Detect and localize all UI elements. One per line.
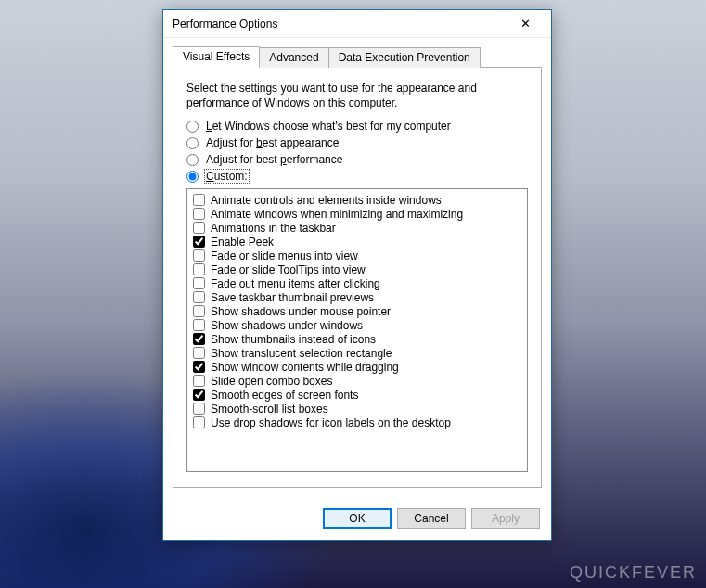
check-row[interactable]: Animate windows when minimizing and maxi…: [193, 207, 521, 221]
check-label: Animate controls and elements inside win…: [211, 195, 442, 206]
radio-custom[interactable]: Custom:: [186, 170, 528, 183]
checkbox[interactable]: [193, 389, 205, 401]
checkbox[interactable]: [193, 291, 205, 303]
checkbox[interactable]: [193, 347, 205, 359]
check-row[interactable]: Fade out menu items after clicking: [193, 276, 521, 290]
check-label: Slide open combo boxes: [211, 376, 332, 387]
close-button[interactable]: ✕: [507, 13, 544, 35]
checkbox[interactable]: [193, 263, 205, 275]
checkbox[interactable]: [193, 333, 205, 345]
tabstrip: Visual EffectsAdvancedData Execution Pre…: [173, 45, 542, 68]
check-row[interactable]: Enable Peek: [193, 235, 521, 249]
check-label: Save taskbar thumbnail previews: [211, 292, 374, 303]
checkbox[interactable]: [193, 277, 205, 289]
cancel-button[interactable]: Cancel: [397, 508, 466, 529]
check-label: Fade or slide ToolTips into view: [211, 264, 366, 275]
check-label: Enable Peek: [211, 236, 274, 248]
radio-label-best-performance: Adjust for best performance: [204, 153, 344, 166]
checkbox[interactable]: [193, 194, 205, 206]
check-row[interactable]: Smooth edges of screen fonts: [193, 388, 521, 402]
checkbox[interactable]: [193, 249, 205, 262]
tab-advanced[interactable]: Advanced: [259, 47, 328, 68]
check-label: Smooth edges of screen fonts: [211, 390, 358, 401]
close-icon: ✕: [520, 17, 531, 31]
check-label: Show window contents while dragging: [211, 362, 399, 373]
check-label: Show translucent selection rectangle: [211, 348, 392, 359]
radio-input-let-windows[interactable]: [186, 121, 199, 133]
intro-text: Select the settings you want to use for …: [186, 81, 528, 110]
check-label: Show shadows under windows: [211, 320, 363, 331]
titlebar: Performance Options ✕: [163, 10, 551, 38]
radio-label-let-windows: Let Windows choose what's best for my co…: [204, 120, 453, 133]
radio-label-custom: Custom:: [204, 170, 250, 183]
check-row[interactable]: Use drop shadows for icon labels on the …: [193, 415, 521, 429]
effects-listbox[interactable]: Animate controls and elements inside win…: [186, 188, 528, 472]
watermark-text: QUICKFEVER: [570, 563, 697, 582]
check-label: Animate windows when minimizing and maxi…: [211, 209, 463, 220]
checkbox[interactable]: [193, 416, 205, 428]
check-row[interactable]: Show translucent selection rectangle: [193, 346, 521, 360]
check-row[interactable]: Fade or slide menus into view: [193, 249, 521, 262]
checkbox[interactable]: [193, 375, 205, 387]
check-label: Fade out menu items after clicking: [211, 278, 380, 289]
check-label: Smooth-scroll list boxes: [211, 403, 328, 415]
checkbox[interactable]: [193, 403, 205, 415]
radio-best-appearance[interactable]: Adjust for best appearance: [186, 136, 528, 149]
check-label: Show thumbnails instead of icons: [211, 334, 376, 345]
button-row: OK Cancel Apply: [163, 497, 551, 540]
radio-input-custom[interactable]: [186, 171, 199, 183]
radio-label-best-appearance: Adjust for best appearance: [204, 136, 340, 149]
check-row[interactable]: Show window contents while dragging: [193, 360, 521, 374]
check-row[interactable]: Fade or slide ToolTips into view: [193, 262, 521, 276]
radio-group: Let Windows choose what's best for my co…: [186, 120, 528, 183]
performance-options-dialog: Performance Options ✕ Visual EffectsAdva…: [162, 9, 552, 541]
radio-best-performance[interactable]: Adjust for best performance: [186, 153, 528, 166]
checkbox[interactable]: [193, 236, 205, 248]
checkbox[interactable]: [193, 208, 205, 220]
check-label: Use drop shadows for icon labels on the …: [211, 417, 451, 428]
dialog-body: Visual EffectsAdvancedData Execution Pre…: [163, 38, 551, 497]
ok-button[interactable]: OK: [323, 508, 392, 529]
check-row[interactable]: Show shadows under mouse pointer: [193, 304, 521, 318]
radio-input-best-performance[interactable]: [186, 154, 199, 166]
checkbox[interactable]: [193, 319, 205, 331]
check-row[interactable]: Slide open combo boxes: [193, 374, 521, 388]
dialog-title: Performance Options: [173, 18, 277, 31]
tab-visual-effects[interactable]: Visual Effects: [173, 46, 260, 68]
check-row[interactable]: Animations in the taskbar: [193, 221, 521, 235]
tab-panel-visual-effects: Select the settings you want to use for …: [173, 68, 542, 488]
check-row[interactable]: Show shadows under windows: [193, 318, 521, 332]
check-row[interactable]: Show thumbnails instead of icons: [193, 332, 521, 346]
tab-data-execution-prevention[interactable]: Data Execution Prevention: [328, 47, 481, 68]
check-label: Show shadows under mouse pointer: [211, 306, 391, 317]
check-row[interactable]: Animate controls and elements inside win…: [193, 193, 521, 207]
radio-input-best-appearance[interactable]: [186, 137, 199, 149]
check-label: Animations in the taskbar: [211, 223, 336, 234]
check-row[interactable]: Smooth-scroll list boxes: [193, 402, 521, 415]
desktop-wallpaper: QUICKFEVER Performance Options ✕ Visual …: [0, 0, 706, 588]
check-row[interactable]: Save taskbar thumbnail previews: [193, 290, 521, 304]
apply-button[interactable]: Apply: [471, 508, 540, 529]
checkbox[interactable]: [193, 361, 205, 373]
checkbox[interactable]: [193, 305, 205, 317]
radio-let-windows[interactable]: Let Windows choose what's best for my co…: [186, 120, 528, 133]
check-label: Fade or slide menus into view: [211, 250, 358, 262]
checkbox[interactable]: [193, 222, 205, 234]
